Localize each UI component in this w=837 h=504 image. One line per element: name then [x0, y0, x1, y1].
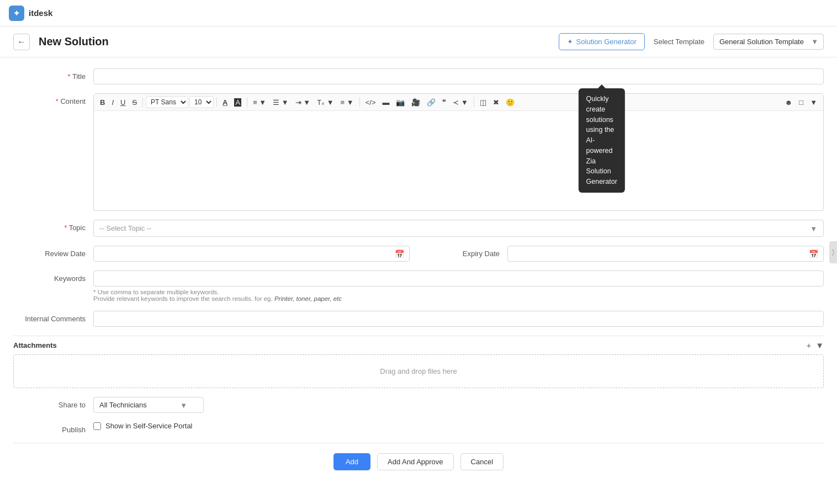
sep3 [247, 97, 247, 107]
share-select-wrap: All Technicians All Users Specific Group… [93, 397, 204, 413]
attachments-collapse-button[interactable]: ▼ [815, 341, 824, 350]
right-panel-handle[interactable]: 〉 [829, 241, 837, 263]
align-button[interactable]: ≡ ▼ [250, 97, 269, 108]
review-calendar-icon[interactable]: 📅 [395, 250, 404, 258]
keywords-input[interactable] [93, 270, 824, 287]
publish-checkbox-label[interactable]: Show in Self-Service Portal [105, 422, 193, 430]
keywords-row: Keywords * Use comma to separate multipl… [13, 270, 824, 302]
internal-comments-input[interactable] [93, 311, 824, 327]
app-name: itdesk [29, 8, 52, 18]
back-button[interactable]: ← [13, 34, 30, 50]
highlight-color-button[interactable]: A [231, 97, 244, 108]
code-button[interactable]: </> [363, 97, 379, 108]
topic-select-wrap: -- Select Topic -- ▼ [93, 220, 824, 237]
add-button[interactable]: Add [333, 453, 370, 470]
app-logo-icon: ✦ [9, 6, 24, 21]
expiry-calendar-icon[interactable]: 📅 [809, 250, 818, 258]
drop-zone[interactable]: Drag and drop files here [13, 354, 824, 388]
header-right: ✦ Solution Generator Quickly create solu… [559, 33, 824, 50]
italic-button[interactable]: I [109, 97, 116, 108]
solution-gen-wrapper: ✦ Solution Generator Quickly create solu… [559, 33, 645, 50]
app-logo: ✦ itdesk [9, 6, 52, 21]
add-approve-button[interactable]: Add And Approve [377, 453, 453, 470]
select-template-label: Select Template [654, 38, 704, 46]
share-to-row: Share to All Technicians All Users Speci… [13, 397, 824, 413]
video-button[interactable]: 🎥 [409, 97, 423, 108]
cancel-button[interactable]: Cancel [460, 453, 504, 470]
sep2 [216, 97, 217, 107]
expiry-date-group: Expiry Date 📅 [427, 246, 824, 262]
title-label: Title [13, 68, 93, 81]
indent-button[interactable]: ⇥ ▼ [293, 97, 313, 108]
content-row: Content B I U S PT Sans [13, 93, 824, 211]
top-bar: ✦ itdesk [0, 0, 837, 26]
embed-button[interactable]: ≺ ▼ [450, 97, 470, 108]
emoji-button[interactable]: 🙂 [503, 97, 517, 108]
table-button[interactable]: ◫ [477, 97, 489, 108]
form-area: Title Content B I U S [0, 57, 837, 495]
attachments-section: Attachments + ▼ Drag and drop files here [13, 336, 824, 388]
image-button[interactable]: 📷 [393, 97, 407, 108]
expiry-date-wrap: 📅 [507, 246, 824, 262]
editor-body[interactable] [94, 111, 823, 210]
title-input[interactable] [93, 68, 824, 84]
review-date-label: Review Date [13, 250, 93, 258]
review-date-group: Review Date 📅 [13, 246, 410, 262]
topic-control: -- Select Topic -- ▼ [93, 220, 824, 237]
page-header: ← New Solution ✦ Solution Generator Quic… [0, 26, 837, 57]
title-row: Title [13, 68, 824, 84]
font-family-select[interactable]: PT Sans [146, 96, 188, 108]
publish-checkbox[interactable] [93, 422, 101, 430]
solution-generator-button[interactable]: ✦ Solution Generator [559, 33, 645, 50]
internal-comments-row: Internal Comments [13, 311, 824, 327]
sep5 [474, 97, 474, 107]
collab-button[interactable]: ☻ [782, 97, 796, 108]
share-to-label: Share to [13, 397, 93, 409]
expiry-date-label: Expiry Date [427, 250, 507, 258]
list-button[interactable]: ☰ ▼ [270, 97, 291, 108]
publish-control: Show in Self-Service Portal [93, 422, 824, 430]
solution-gen-label: Solution Generator [576, 38, 637, 46]
font-size-select[interactable]: 10 [189, 96, 214, 108]
share-to-control: All Technicians All Users Specific Group… [93, 397, 824, 413]
content-control: B I U S PT Sans 10 [93, 93, 824, 211]
lineheight-button[interactable]: ≡ ▼ [338, 97, 357, 108]
share-to-select[interactable]: All Technicians All Users Specific Group… [93, 397, 204, 413]
template-select-wrap: General Solution Template ▼ [713, 34, 824, 50]
review-date-input[interactable] [93, 246, 410, 262]
topic-select[interactable]: -- Select Topic -- [93, 220, 824, 237]
bold-button[interactable]: B [97, 97, 108, 108]
subsup-button[interactable]: Tₓ ▼ [314, 97, 336, 108]
clear-format-button[interactable]: ✖ [490, 97, 502, 108]
keywords-label: Keywords [13, 270, 93, 283]
font-color-button[interactable]: A [220, 97, 230, 108]
expiry-date-input[interactable] [507, 246, 824, 262]
attachments-add-button[interactable]: + [806, 341, 811, 350]
publish-row: Publish Show in Self-Service Portal [13, 422, 824, 434]
underline-button[interactable]: U [118, 97, 128, 108]
editor-toolbar: B I U S PT Sans 10 [94, 94, 823, 111]
review-date-wrap: 📅 [93, 246, 410, 262]
content-label: Content [13, 93, 93, 105]
publish-label: Publish [13, 422, 93, 434]
quote-button[interactable]: ❞ [439, 97, 449, 108]
strikethrough-button[interactable]: S [129, 97, 140, 108]
keywords-control: * Use comma to separate multiple keyword… [93, 270, 824, 302]
template-select[interactable]: General Solution Template [713, 34, 824, 50]
title-control [93, 68, 824, 84]
topic-label: Topic [13, 220, 93, 232]
page-title: New Solution [39, 35, 550, 48]
editor-wrap: B I U S PT Sans 10 [93, 93, 824, 211]
expand-button[interactable]: □ [796, 97, 806, 108]
sep4 [359, 97, 360, 107]
link-button[interactable]: 🔗 [424, 97, 438, 108]
topic-row: Topic -- Select Topic -- ▼ [13, 220, 824, 237]
blockcode-button[interactable]: ▬ [379, 97, 392, 108]
attachments-label: Attachments [13, 341, 57, 349]
attachments-actions: + ▼ [806, 341, 824, 350]
actions-bar: Add Add And Approve Cancel [13, 443, 824, 480]
internal-comments-label: Internal Comments [13, 311, 93, 323]
dates-row: Review Date 📅 Expiry Date 📅 [13, 246, 824, 262]
collapse-button[interactable]: ▼ [807, 97, 820, 108]
solution-gen-icon: ✦ [567, 38, 573, 46]
